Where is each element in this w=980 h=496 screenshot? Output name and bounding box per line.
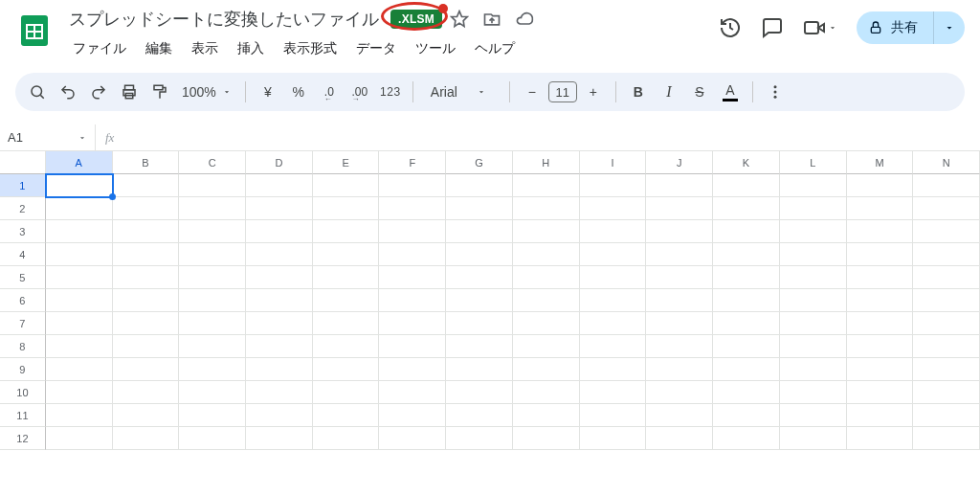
row-header[interactable]: 10 bbox=[0, 381, 46, 404]
cell[interactable] bbox=[446, 289, 513, 312]
redo-icon[interactable] bbox=[84, 78, 113, 106]
cell[interactable] bbox=[713, 312, 780, 335]
cell[interactable] bbox=[847, 381, 914, 404]
cell[interactable] bbox=[113, 427, 180, 450]
cell[interactable] bbox=[246, 427, 313, 450]
cell[interactable] bbox=[46, 266, 113, 289]
cloud-status-icon[interactable] bbox=[515, 10, 534, 29]
column-header[interactable]: A bbox=[46, 151, 113, 174]
cell[interactable] bbox=[847, 404, 914, 427]
cell[interactable] bbox=[780, 220, 847, 243]
cell[interactable] bbox=[179, 220, 246, 243]
font-size-increase[interactable]: + bbox=[579, 78, 608, 106]
cell[interactable] bbox=[446, 266, 513, 289]
font-size-input[interactable]: 11 bbox=[548, 81, 577, 102]
cell[interactable] bbox=[179, 289, 246, 312]
cell[interactable] bbox=[179, 427, 246, 450]
share-dropdown[interactable] bbox=[933, 11, 965, 44]
comments-icon[interactable] bbox=[761, 16, 784, 39]
cell[interactable] bbox=[847, 427, 914, 450]
cell[interactable] bbox=[713, 404, 780, 427]
name-box[interactable]: A1 bbox=[0, 124, 96, 150]
cell[interactable] bbox=[446, 427, 513, 450]
column-header[interactable]: G bbox=[446, 151, 513, 174]
cell[interactable] bbox=[46, 427, 113, 450]
file-extension-badge[interactable]: .XLSM bbox=[390, 10, 442, 29]
cell[interactable] bbox=[446, 220, 513, 243]
cell[interactable] bbox=[113, 266, 180, 289]
sheets-logo[interactable] bbox=[15, 6, 54, 56]
cell[interactable] bbox=[780, 289, 847, 312]
cell[interactable] bbox=[379, 381, 446, 404]
cell[interactable] bbox=[780, 427, 847, 450]
move-icon[interactable] bbox=[482, 10, 501, 29]
text-color-button[interactable]: A bbox=[716, 78, 745, 106]
cell[interactable] bbox=[713, 220, 780, 243]
row-header[interactable]: 7 bbox=[0, 312, 46, 335]
percent-button[interactable]: % bbox=[284, 78, 313, 106]
history-icon[interactable] bbox=[719, 16, 742, 39]
cell[interactable] bbox=[246, 220, 313, 243]
cell[interactable] bbox=[913, 197, 980, 220]
cell[interactable] bbox=[313, 312, 380, 335]
font-select[interactable]: Arial bbox=[421, 78, 501, 106]
cell[interactable] bbox=[313, 243, 380, 266]
cell[interactable] bbox=[113, 220, 180, 243]
cell[interactable] bbox=[246, 404, 313, 427]
strikethrough-button[interactable]: S bbox=[685, 78, 714, 106]
cell[interactable] bbox=[913, 427, 980, 450]
cell[interactable] bbox=[46, 312, 113, 335]
cell[interactable] bbox=[446, 197, 513, 220]
cell[interactable] bbox=[446, 312, 513, 335]
cell[interactable] bbox=[646, 243, 713, 266]
column-header[interactable]: H bbox=[513, 151, 580, 174]
menu-insert[interactable]: 挿入 bbox=[230, 36, 272, 61]
cell[interactable] bbox=[580, 243, 647, 266]
cell[interactable] bbox=[847, 358, 914, 381]
cell[interactable] bbox=[580, 266, 647, 289]
row-header[interactable]: 2 bbox=[0, 197, 46, 220]
cell[interactable] bbox=[446, 335, 513, 358]
bold-button[interactable]: B bbox=[624, 78, 653, 106]
cell[interactable] bbox=[179, 358, 246, 381]
cell[interactable] bbox=[713, 335, 780, 358]
cell[interactable] bbox=[246, 243, 313, 266]
cell[interactable] bbox=[46, 220, 113, 243]
cell[interactable] bbox=[913, 289, 980, 312]
cell[interactable] bbox=[46, 243, 113, 266]
cell[interactable] bbox=[513, 174, 580, 197]
column-header[interactable]: E bbox=[313, 151, 380, 174]
menu-data[interactable]: データ bbox=[348, 36, 404, 61]
cell[interactable] bbox=[513, 427, 580, 450]
menu-format[interactable]: 表示形式 bbox=[276, 36, 345, 61]
cell[interactable] bbox=[713, 427, 780, 450]
cell[interactable] bbox=[246, 174, 313, 197]
row-header[interactable]: 3 bbox=[0, 220, 46, 243]
cell[interactable] bbox=[246, 335, 313, 358]
cell[interactable] bbox=[513, 404, 580, 427]
cell[interactable] bbox=[847, 335, 914, 358]
cell[interactable] bbox=[913, 404, 980, 427]
cell[interactable] bbox=[46, 381, 113, 404]
cell[interactable] bbox=[780, 404, 847, 427]
cell[interactable] bbox=[646, 266, 713, 289]
cell[interactable] bbox=[446, 404, 513, 427]
cell[interactable] bbox=[580, 358, 647, 381]
cell[interactable] bbox=[847, 289, 914, 312]
column-header[interactable]: D bbox=[246, 151, 313, 174]
cell[interactable] bbox=[780, 381, 847, 404]
cell[interactable] bbox=[446, 243, 513, 266]
column-header[interactable]: L bbox=[780, 151, 847, 174]
cell[interactable] bbox=[780, 266, 847, 289]
cell[interactable] bbox=[313, 197, 380, 220]
cell[interactable] bbox=[46, 197, 113, 220]
meet-icon[interactable] bbox=[803, 16, 837, 39]
menu-view[interactable]: 表示 bbox=[184, 36, 226, 61]
font-size-decrease[interactable]: − bbox=[518, 78, 546, 106]
print-icon[interactable] bbox=[115, 78, 144, 106]
cell[interactable] bbox=[379, 243, 446, 266]
cell[interactable] bbox=[46, 174, 113, 197]
select-all-corner[interactable] bbox=[0, 151, 46, 174]
cell[interactable] bbox=[379, 312, 446, 335]
cell[interactable] bbox=[379, 404, 446, 427]
